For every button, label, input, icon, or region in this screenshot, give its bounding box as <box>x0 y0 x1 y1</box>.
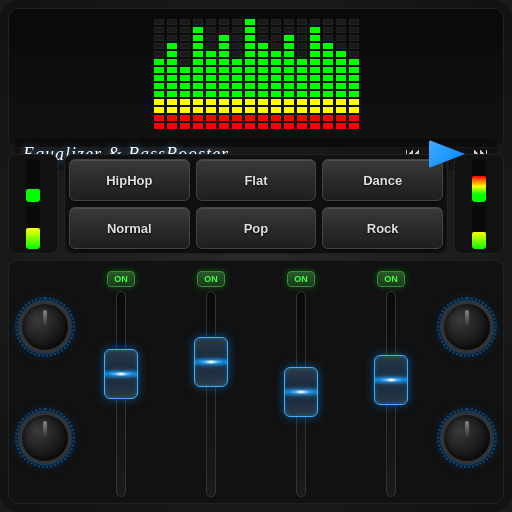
bar-seg <box>310 27 320 33</box>
preset-btn-flat[interactable]: Flat <box>196 159 317 201</box>
bass-knob[interactable] <box>19 301 71 353</box>
bar-seg <box>232 51 242 57</box>
bar-seg <box>193 107 203 113</box>
bar-seg <box>323 35 333 41</box>
on-button-ch3[interactable]: ON <box>287 271 315 287</box>
bar-seg <box>297 123 307 129</box>
preset-btn-dance[interactable]: Dance <box>322 159 443 201</box>
middle-section: HipHopFlatDanceNormalPopRock <box>8 154 504 254</box>
bar-seg <box>323 123 333 129</box>
bar-seg <box>323 107 333 113</box>
bar-seg <box>193 43 203 49</box>
left-vu-bar <box>26 159 40 202</box>
bar-seg <box>193 99 203 105</box>
preset-btn-normal[interactable]: Normal <box>69 207 190 249</box>
left-knob-bottom-outer <box>15 408 75 468</box>
preset-btn-pop[interactable]: Pop <box>196 207 317 249</box>
bar-seg <box>336 123 346 129</box>
bar-seg <box>180 115 190 121</box>
spectrum-col-15 <box>349 19 359 130</box>
bar-seg <box>349 115 359 121</box>
bar-seg <box>258 91 268 97</box>
preset-btn-hiphop[interactable]: HipHop <box>69 159 190 201</box>
bar-seg <box>245 67 255 73</box>
bar-seg <box>180 43 190 49</box>
on-button-ch1[interactable]: ON <box>107 271 135 287</box>
bar-seg <box>336 43 346 49</box>
vu-green-fill <box>26 189 40 202</box>
bar-seg <box>310 123 320 129</box>
bar-seg <box>206 59 216 65</box>
spectrum-col-12 <box>310 19 320 130</box>
bar-seg <box>310 43 320 49</box>
bar-seg <box>245 75 255 81</box>
bar-seg <box>258 115 268 121</box>
bar-seg <box>297 27 307 33</box>
fader-handle-ch3[interactable] <box>284 367 318 417</box>
on-button-ch4[interactable]: ON <box>377 271 405 287</box>
bar-seg <box>193 59 203 65</box>
bar-seg <box>232 19 242 25</box>
bar-seg <box>297 107 307 113</box>
bar-seg <box>271 83 281 89</box>
preset-btn-rock[interactable]: Rock <box>322 207 443 249</box>
bar-seg <box>336 75 346 81</box>
fader-handle-ch2[interactable] <box>194 337 228 387</box>
bar-seg <box>297 99 307 105</box>
balance-knob[interactable] <box>441 412 493 464</box>
fader-handle-ch1[interactable] <box>104 349 138 399</box>
on-button-ch2[interactable]: ON <box>197 271 225 287</box>
right-vu-meter <box>454 154 504 254</box>
bar-seg <box>349 59 359 65</box>
bar-seg <box>167 67 177 73</box>
treble-knob[interactable] <box>19 412 71 464</box>
bar-seg <box>193 27 203 33</box>
bar-seg <box>232 115 242 121</box>
bar-seg <box>219 123 229 129</box>
bar-seg <box>284 123 294 129</box>
bar-seg <box>271 59 281 65</box>
bar-seg <box>323 27 333 33</box>
bar-seg <box>219 19 229 25</box>
bar-seg <box>271 91 281 97</box>
bar-seg <box>219 91 229 97</box>
spectrum-col-5 <box>219 19 229 130</box>
bar-seg <box>219 43 229 49</box>
bar-seg <box>336 107 346 113</box>
bar-seg <box>232 99 242 105</box>
bar-seg <box>271 43 281 49</box>
bar-seg <box>310 35 320 41</box>
bar-seg <box>193 19 203 25</box>
bar-seg <box>310 59 320 65</box>
bar-seg <box>349 75 359 81</box>
bar-seg <box>206 83 216 89</box>
vu-right-fill <box>472 176 486 202</box>
spectrum-col-0 <box>154 19 164 130</box>
bar-seg <box>206 43 216 49</box>
bar-seg <box>284 67 294 73</box>
bar-seg <box>284 115 294 121</box>
bar-seg <box>167 19 177 25</box>
bar-seg <box>271 27 281 33</box>
volume-knob[interactable] <box>441 301 493 353</box>
bar-seg <box>167 43 177 49</box>
bar-seg <box>284 35 294 41</box>
fader-handle-ch4[interactable] <box>374 355 408 405</box>
bar-seg <box>323 75 333 81</box>
bar-seg <box>206 107 216 113</box>
right-knob-top-outer <box>437 297 497 357</box>
bar-seg <box>349 91 359 97</box>
bar-seg <box>323 99 333 105</box>
bar-seg <box>232 35 242 41</box>
eq-section: ONONONON <box>8 260 504 504</box>
bar-seg <box>154 91 164 97</box>
bar-seg <box>323 19 333 25</box>
vu-right-fill2 <box>472 232 486 249</box>
bar-seg <box>336 19 346 25</box>
bar-seg <box>271 99 281 105</box>
bar-seg <box>349 107 359 113</box>
spectrum-col-13 <box>323 19 333 130</box>
bar-seg <box>297 35 307 41</box>
bar-seg <box>154 123 164 129</box>
bar-seg <box>336 83 346 89</box>
